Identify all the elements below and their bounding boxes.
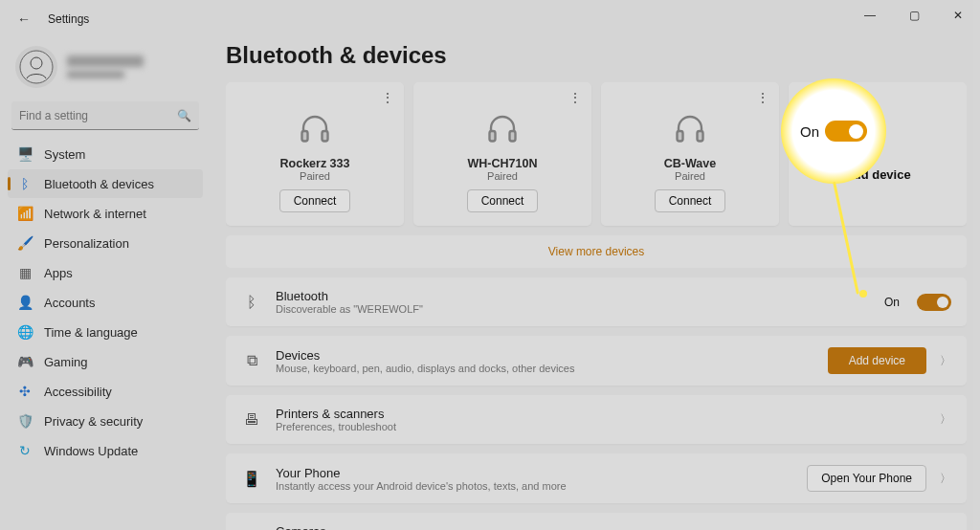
window-title: Settings <box>48 12 89 26</box>
add-device-label: Add device <box>844 167 910 182</box>
sidebar-item-accounts[interactable]: 👤Accounts <box>8 288 203 317</box>
sidebar-item-label: Apps <box>44 266 73 280</box>
printer-icon: 🖶 <box>241 411 262 429</box>
sidebar-item-label: Privacy & security <box>44 414 143 429</box>
row-title: Your Phone <box>276 466 793 480</box>
person-icon: 👤 <box>17 295 33 310</box>
row-title: Printers & scanners <box>276 407 926 421</box>
gaming-icon: 🎮 <box>17 354 33 369</box>
sidebar-item-label: Personalization <box>44 236 129 251</box>
sidebar-item-label: Gaming <box>44 355 88 369</box>
search-field[interactable] <box>19 109 177 122</box>
bluetooth-icon: ᛒ <box>241 294 262 311</box>
wifi-icon: 📶 <box>17 206 33 221</box>
open-your-phone-button[interactable]: Open Your Phone <box>807 465 926 492</box>
svg-rect-7 <box>698 131 703 142</box>
row-subtitle: Mouse, keyboard, pen, audio, displays an… <box>276 363 814 374</box>
connect-button[interactable]: Connect <box>655 189 726 212</box>
svg-point-0 <box>20 51 53 83</box>
device-card[interactable]: ⋮ WH-CH710N Paired Connect <box>413 82 591 226</box>
device-status: Paired <box>300 170 330 182</box>
bluetooth-toggle[interactable] <box>917 294 951 311</box>
sidebar-item-bluetooth[interactable]: ᛒBluetooth & devices <box>8 169 203 198</box>
chevron-right-icon: 〉 <box>940 353 951 369</box>
more-icon[interactable]: ⋮ <box>756 90 769 105</box>
device-status: Paired <box>487 170 518 182</box>
headphones-icon <box>298 111 332 149</box>
phone-icon: 📱 <box>241 470 262 488</box>
headphones-icon <box>673 111 707 149</box>
connect-button[interactable]: Connect <box>467 189 539 212</box>
device-status: Paired <box>675 170 705 182</box>
device-name: WH-CH710N <box>468 157 538 170</box>
minimize-button[interactable]: ― <box>848 0 892 31</box>
sidebar-item-personalization[interactable]: 🖌️Personalization <box>8 229 203 257</box>
shield-icon: 🛡️ <box>17 413 33 429</box>
sidebar-item-label: Windows Update <box>44 444 138 458</box>
sidebar-item-gaming[interactable]: 🎮Gaming <box>8 347 203 376</box>
your-phone-row[interactable]: 📱 Your Phone Instantly access your Andro… <box>226 453 967 503</box>
sidebar-item-update[interactable]: ↻Windows Update <box>8 436 203 465</box>
chevron-right-icon: 〉 <box>940 471 951 487</box>
devices-icon: ⧉ <box>241 352 262 369</box>
sidebar-item-label: System <box>44 147 85 162</box>
sidebar-item-label: Network & internet <box>44 207 146 221</box>
sidebar-item-label: Bluetooth & devices <box>44 177 154 191</box>
accessibility-icon: ✣ <box>17 384 33 399</box>
globe-icon: 🌐 <box>17 324 33 340</box>
row-title: Devices <box>276 348 814 363</box>
search-input[interactable]: 🔍 <box>11 101 199 130</box>
device-name: CB-Wave <box>664 157 716 170</box>
back-button[interactable]: ← <box>17 11 31 27</box>
profile-block[interactable] <box>8 42 203 101</box>
view-more-devices[interactable]: View more devices <box>226 235 967 268</box>
more-icon[interactable]: ⋮ <box>568 90 582 105</box>
devices-row[interactable]: ⧉ Devices Mouse, keyboard, pen, audio, d… <box>226 336 967 386</box>
toggle-label: On <box>884 296 900 309</box>
row-subtitle: Preferences, troubleshoot <box>276 421 926 432</box>
device-name: Rockerz 333 <box>280 157 350 170</box>
headphones-icon <box>485 111 520 149</box>
more-icon[interactable]: ⋮ <box>381 90 394 105</box>
cameras-row[interactable]: 📷 Cameras Connected cameras, default ima… <box>226 513 967 530</box>
brush-icon: 🖌️ <box>17 235 33 251</box>
sidebar-item-accessibility[interactable]: ✣Accessibility <box>8 377 203 406</box>
page-title: Bluetooth & devices <box>226 42 967 69</box>
svg-rect-5 <box>510 131 516 142</box>
add-device-button[interactable]: Add device <box>828 347 926 374</box>
row-subtitle: Discoverable as "WEREWOLF" <box>276 303 871 315</box>
sidebar-item-label: Accounts <box>44 296 95 310</box>
apps-icon: ▦ <box>17 265 33 280</box>
sidebar-item-system[interactable]: 🖥️System <box>8 140 203 168</box>
sidebar-item-label: Accessibility <box>44 385 112 399</box>
row-subtitle: Instantly access your Android device's p… <box>276 480 793 492</box>
svg-rect-3 <box>323 131 328 142</box>
row-title: Bluetooth <box>276 289 871 303</box>
sidebar-item-apps[interactable]: ▦Apps <box>8 258 203 287</box>
close-button[interactable]: ✕ <box>936 0 980 31</box>
plus-icon: ＋ <box>865 126 890 160</box>
profile-name <box>67 55 144 67</box>
maximize-button[interactable]: ▢ <box>892 0 936 31</box>
sidebar-item-time[interactable]: 🌐Time & language <box>8 318 203 346</box>
sidebar-item-network[interactable]: 📶Network & internet <box>8 199 203 228</box>
svg-rect-6 <box>678 131 683 142</box>
row-title: Cameras <box>276 524 926 530</box>
bluetooth-row: ᛒ Bluetooth Discoverable as "WEREWOLF" O… <box>226 277 967 326</box>
avatar <box>15 46 57 88</box>
sidebar-item-privacy[interactable]: 🛡️Privacy & security <box>8 407 203 435</box>
svg-rect-4 <box>490 131 496 142</box>
printers-row[interactable]: 🖶 Printers & scanners Preferences, troub… <box>226 395 967 444</box>
search-icon: 🔍 <box>177 109 191 122</box>
profile-email <box>67 71 124 78</box>
sidebar-item-label: Time & language <box>44 325 138 340</box>
add-device-card[interactable]: ＋ Add device <box>789 82 967 226</box>
system-icon: 🖥️ <box>17 146 33 162</box>
connect-button[interactable]: Connect <box>279 189 351 212</box>
device-card[interactable]: ⋮ Rockerz 333 Paired Connect <box>226 82 404 226</box>
svg-rect-2 <box>302 131 308 142</box>
update-icon: ↻ <box>17 443 33 458</box>
chevron-right-icon: 〉 <box>940 411 951 428</box>
bluetooth-icon: ᛒ <box>17 176 33 191</box>
device-card[interactable]: ⋮ CB-Wave Paired Connect <box>601 82 779 226</box>
